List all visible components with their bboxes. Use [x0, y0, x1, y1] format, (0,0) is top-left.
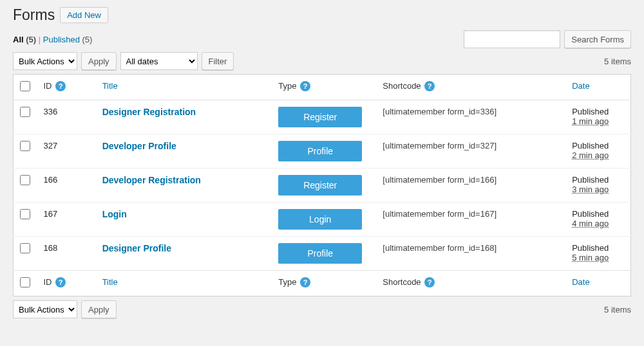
filter-button[interactable]: Filter	[202, 52, 234, 70]
column-date[interactable]: Date	[572, 277, 589, 287]
select-all-bottom[interactable]	[20, 277, 30, 287]
row-id: 166	[37, 168, 95, 203]
help-icon[interactable]: ?	[424, 81, 435, 91]
column-title[interactable]: Title	[102, 81, 118, 91]
row-id: 168	[37, 237, 95, 271]
apply-button-top[interactable]: Apply	[81, 52, 117, 70]
search-input[interactable]	[464, 30, 560, 48]
row-checkbox[interactable]	[20, 107, 30, 117]
filter-all[interactable]: All (5)	[13, 35, 39, 44]
row-time: 1 min ago	[572, 116, 609, 126]
row-shortcode: [ultimatemember form_id=336]	[383, 107, 497, 116]
row-status: Published	[572, 175, 624, 185]
help-icon[interactable]: ?	[55, 277, 66, 287]
search-box: Search Forms	[464, 30, 631, 48]
column-type-label: Type	[278, 81, 296, 91]
row-id: 167	[37, 203, 95, 237]
row-shortcode: [ultimatemember form_id=166]	[383, 175, 497, 185]
type-badge: Profile	[278, 243, 362, 264]
row-checkbox[interactable]	[20, 243, 30, 253]
row-time: 5 min ago	[572, 253, 609, 262]
table-row: 168 Designer Profile Profile [ultimateme…	[14, 237, 631, 271]
bulk-actions-select-bottom[interactable]: Bulk Actions	[13, 300, 77, 318]
help-icon[interactable]: ?	[55, 81, 66, 91]
date-filter-select[interactable]: All dates	[120, 52, 198, 70]
help-icon[interactable]: ?	[300, 277, 310, 287]
search-button[interactable]: Search Forms	[564, 30, 631, 48]
column-type-label: Type	[278, 277, 296, 287]
row-id: 327	[37, 134, 95, 168]
column-id-label: ID	[43, 277, 52, 287]
table-row: 336 Designer Registration Register [ulti…	[14, 100, 631, 134]
status-filter-links: All (5) | Published (5)	[13, 35, 92, 44]
add-new-button[interactable]: Add New	[60, 7, 108, 23]
row-title-link[interactable]: Login	[102, 209, 127, 219]
column-date[interactable]: Date	[572, 81, 589, 91]
type-badge: Login	[278, 209, 362, 230]
type-badge: Register	[278, 107, 362, 127]
row-time: 4 min ago	[572, 219, 609, 228]
filter-published[interactable]: Published (5)	[43, 35, 93, 44]
row-checkbox[interactable]	[20, 175, 30, 185]
row-title-link[interactable]: Designer Profile	[102, 243, 171, 253]
row-time: 3 min ago	[572, 185, 609, 194]
row-title-link[interactable]: Developer Registration	[102, 175, 201, 185]
row-title-link[interactable]: Designer Registration	[102, 107, 196, 117]
items-count-bottom: 5 items	[604, 305, 631, 314]
page-title: Forms	[13, 6, 55, 24]
row-checkbox[interactable]	[20, 209, 30, 219]
row-id: 336	[37, 100, 95, 134]
table-row: 167 Login Login [ultimatemember form_id=…	[14, 203, 631, 237]
bulk-actions-select[interactable]: Bulk Actions	[13, 52, 77, 70]
table-row: 166 Developer Registration Register [ult…	[14, 168, 631, 203]
column-title[interactable]: Title	[102, 277, 118, 287]
select-all-top[interactable]	[20, 81, 30, 91]
row-shortcode: [ultimatemember form_id=167]	[383, 209, 497, 219]
filter-published-label: Published	[43, 35, 80, 44]
column-shortcode-label: Shortcode	[383, 277, 421, 287]
help-icon[interactable]: ?	[424, 277, 435, 287]
row-status: Published	[572, 243, 624, 253]
help-icon[interactable]: ?	[300, 81, 310, 91]
row-status: Published	[572, 107, 624, 116]
row-checkbox[interactable]	[20, 141, 30, 151]
row-shortcode: [ultimatemember form_id=327]	[383, 141, 497, 150]
apply-button-bottom[interactable]: Apply	[81, 300, 117, 318]
row-title-link[interactable]: Developer Profile	[102, 141, 176, 151]
row-status: Published	[572, 141, 624, 150]
filter-published-count: (5)	[82, 35, 93, 44]
forms-table: ID ? Title Type ? Shortcode ? Date 336 D…	[13, 74, 631, 296]
column-id-label: ID	[43, 81, 52, 91]
row-status: Published	[572, 209, 624, 219]
row-shortcode: [ultimatemember form_id=168]	[383, 243, 497, 253]
filter-all-count: (5)	[26, 35, 36, 44]
filter-all-label: All	[13, 35, 24, 44]
type-badge: Register	[278, 175, 362, 196]
table-row: 327 Developer Profile Profile [ultimatem…	[14, 134, 631, 168]
column-shortcode-label: Shortcode	[383, 81, 421, 91]
row-time: 2 min ago	[572, 150, 609, 160]
items-count-top: 5 items	[604, 57, 631, 66]
type-badge: Profile	[278, 141, 362, 161]
